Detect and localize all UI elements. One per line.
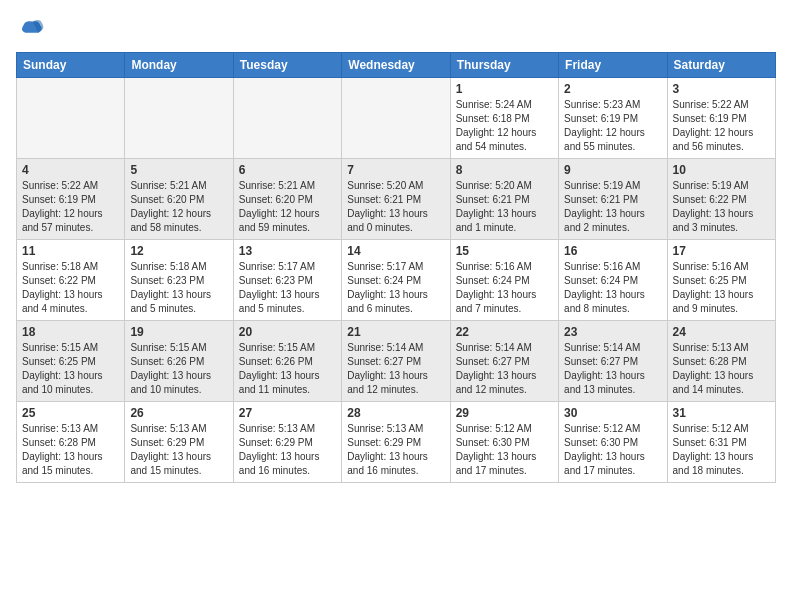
cell-text: Sunrise: 5:17 AMSunset: 6:24 PMDaylight:… [347,260,444,316]
day-number: 3 [673,82,770,96]
day-number: 29 [456,406,553,420]
day-number: 7 [347,163,444,177]
calendar-cell: 28Sunrise: 5:13 AMSunset: 6:29 PMDayligh… [342,402,450,483]
cell-text: Sunrise: 5:18 AMSunset: 6:22 PMDaylight:… [22,260,119,316]
day-number: 30 [564,406,661,420]
week-row-3: 11Sunrise: 5:18 AMSunset: 6:22 PMDayligh… [17,240,776,321]
calendar-cell: 19Sunrise: 5:15 AMSunset: 6:26 PMDayligh… [125,321,233,402]
calendar-cell [125,78,233,159]
day-number: 20 [239,325,336,339]
calendar-cell: 31Sunrise: 5:12 AMSunset: 6:31 PMDayligh… [667,402,775,483]
day-number: 9 [564,163,661,177]
calendar-cell: 24Sunrise: 5:13 AMSunset: 6:28 PMDayligh… [667,321,775,402]
day-number: 18 [22,325,119,339]
cell-text: Sunrise: 5:24 AMSunset: 6:18 PMDaylight:… [456,98,553,154]
week-row-1: 1Sunrise: 5:24 AMSunset: 6:18 PMDaylight… [17,78,776,159]
cell-text: Sunrise: 5:16 AMSunset: 6:24 PMDaylight:… [564,260,661,316]
day-number: 17 [673,244,770,258]
cell-text: Sunrise: 5:22 AMSunset: 6:19 PMDaylight:… [673,98,770,154]
cell-text: Sunrise: 5:17 AMSunset: 6:23 PMDaylight:… [239,260,336,316]
calendar-cell: 3Sunrise: 5:22 AMSunset: 6:19 PMDaylight… [667,78,775,159]
cell-text: Sunrise: 5:18 AMSunset: 6:23 PMDaylight:… [130,260,227,316]
page-header [16,16,776,44]
calendar-cell: 16Sunrise: 5:16 AMSunset: 6:24 PMDayligh… [559,240,667,321]
cell-text: Sunrise: 5:16 AMSunset: 6:24 PMDaylight:… [456,260,553,316]
cell-text: Sunrise: 5:14 AMSunset: 6:27 PMDaylight:… [347,341,444,397]
calendar-table: SundayMondayTuesdayWednesdayThursdayFrid… [16,52,776,483]
day-number: 10 [673,163,770,177]
calendar-cell [342,78,450,159]
cell-text: Sunrise: 5:12 AMSunset: 6:31 PMDaylight:… [673,422,770,478]
cell-text: Sunrise: 5:13 AMSunset: 6:28 PMDaylight:… [673,341,770,397]
calendar-cell: 9Sunrise: 5:19 AMSunset: 6:21 PMDaylight… [559,159,667,240]
day-number: 22 [456,325,553,339]
calendar-cell: 21Sunrise: 5:14 AMSunset: 6:27 PMDayligh… [342,321,450,402]
day-number: 2 [564,82,661,96]
day-header-tuesday: Tuesday [233,53,341,78]
day-number: 25 [22,406,119,420]
calendar-cell: 14Sunrise: 5:17 AMSunset: 6:24 PMDayligh… [342,240,450,321]
day-number: 5 [130,163,227,177]
cell-text: Sunrise: 5:19 AMSunset: 6:21 PMDaylight:… [564,179,661,235]
calendar-cell: 17Sunrise: 5:16 AMSunset: 6:25 PMDayligh… [667,240,775,321]
day-number: 11 [22,244,119,258]
calendar-cell: 10Sunrise: 5:19 AMSunset: 6:22 PMDayligh… [667,159,775,240]
header-row: SundayMondayTuesdayWednesdayThursdayFrid… [17,53,776,78]
calendar-cell: 20Sunrise: 5:15 AMSunset: 6:26 PMDayligh… [233,321,341,402]
calendar-cell: 6Sunrise: 5:21 AMSunset: 6:20 PMDaylight… [233,159,341,240]
day-number: 24 [673,325,770,339]
cell-text: Sunrise: 5:21 AMSunset: 6:20 PMDaylight:… [239,179,336,235]
calendar-cell: 2Sunrise: 5:23 AMSunset: 6:19 PMDaylight… [559,78,667,159]
day-number: 13 [239,244,336,258]
day-number: 6 [239,163,336,177]
cell-text: Sunrise: 5:14 AMSunset: 6:27 PMDaylight:… [564,341,661,397]
calendar-cell: 26Sunrise: 5:13 AMSunset: 6:29 PMDayligh… [125,402,233,483]
calendar-cell: 11Sunrise: 5:18 AMSunset: 6:22 PMDayligh… [17,240,125,321]
day-number: 16 [564,244,661,258]
day-header-sunday: Sunday [17,53,125,78]
day-number: 26 [130,406,227,420]
calendar-cell: 5Sunrise: 5:21 AMSunset: 6:20 PMDaylight… [125,159,233,240]
calendar-cell: 7Sunrise: 5:20 AMSunset: 6:21 PMDaylight… [342,159,450,240]
day-number: 12 [130,244,227,258]
calendar-cell: 22Sunrise: 5:14 AMSunset: 6:27 PMDayligh… [450,321,558,402]
day-number: 15 [456,244,553,258]
calendar-cell: 4Sunrise: 5:22 AMSunset: 6:19 PMDaylight… [17,159,125,240]
cell-text: Sunrise: 5:13 AMSunset: 6:29 PMDaylight:… [239,422,336,478]
cell-text: Sunrise: 5:19 AMSunset: 6:22 PMDaylight:… [673,179,770,235]
day-header-saturday: Saturday [667,53,775,78]
week-row-4: 18Sunrise: 5:15 AMSunset: 6:25 PMDayligh… [17,321,776,402]
calendar-cell: 15Sunrise: 5:16 AMSunset: 6:24 PMDayligh… [450,240,558,321]
cell-text: Sunrise: 5:13 AMSunset: 6:29 PMDaylight:… [347,422,444,478]
day-header-thursday: Thursday [450,53,558,78]
cell-text: Sunrise: 5:21 AMSunset: 6:20 PMDaylight:… [130,179,227,235]
cell-text: Sunrise: 5:20 AMSunset: 6:21 PMDaylight:… [456,179,553,235]
cell-text: Sunrise: 5:14 AMSunset: 6:27 PMDaylight:… [456,341,553,397]
calendar-cell: 1Sunrise: 5:24 AMSunset: 6:18 PMDaylight… [450,78,558,159]
calendar-cell: 30Sunrise: 5:12 AMSunset: 6:30 PMDayligh… [559,402,667,483]
logo-icon [16,16,44,44]
calendar-cell [17,78,125,159]
calendar-cell: 27Sunrise: 5:13 AMSunset: 6:29 PMDayligh… [233,402,341,483]
day-number: 1 [456,82,553,96]
logo [16,16,48,44]
day-number: 23 [564,325,661,339]
day-number: 31 [673,406,770,420]
calendar-cell: 29Sunrise: 5:12 AMSunset: 6:30 PMDayligh… [450,402,558,483]
day-header-wednesday: Wednesday [342,53,450,78]
cell-text: Sunrise: 5:13 AMSunset: 6:28 PMDaylight:… [22,422,119,478]
cell-text: Sunrise: 5:23 AMSunset: 6:19 PMDaylight:… [564,98,661,154]
calendar-cell [233,78,341,159]
cell-text: Sunrise: 5:15 AMSunset: 6:26 PMDaylight:… [130,341,227,397]
day-number: 21 [347,325,444,339]
day-number: 19 [130,325,227,339]
day-number: 8 [456,163,553,177]
calendar-cell: 23Sunrise: 5:14 AMSunset: 6:27 PMDayligh… [559,321,667,402]
cell-text: Sunrise: 5:15 AMSunset: 6:25 PMDaylight:… [22,341,119,397]
day-number: 28 [347,406,444,420]
day-header-friday: Friday [559,53,667,78]
calendar-cell: 13Sunrise: 5:17 AMSunset: 6:23 PMDayligh… [233,240,341,321]
day-number: 27 [239,406,336,420]
cell-text: Sunrise: 5:15 AMSunset: 6:26 PMDaylight:… [239,341,336,397]
day-number: 4 [22,163,119,177]
